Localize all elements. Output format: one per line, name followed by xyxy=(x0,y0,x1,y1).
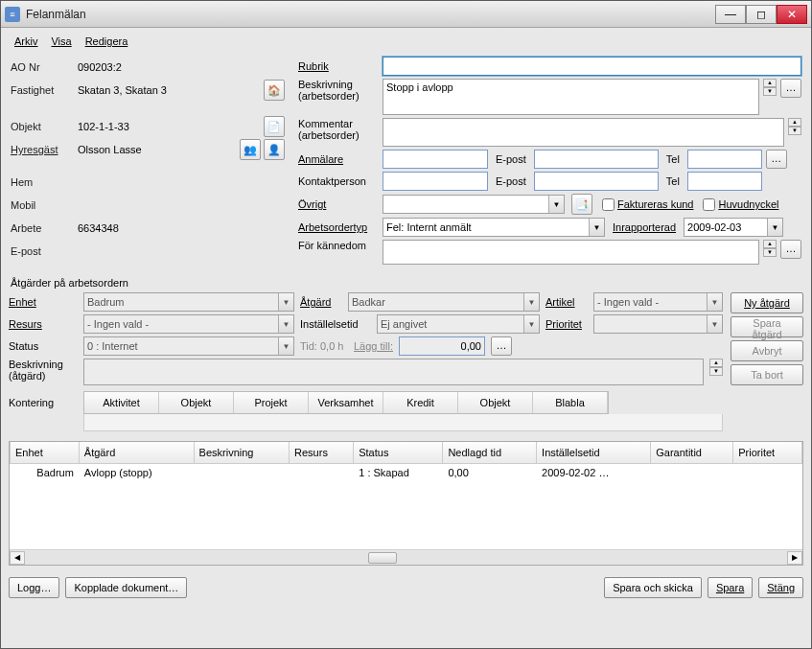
anmalare-tel-label: Tel xyxy=(666,153,680,165)
kontering-tab-2[interactable]: Projekt xyxy=(234,392,309,413)
kannedom-more-button[interactable]: … xyxy=(780,240,801,259)
kontakt-epost-label: E-post xyxy=(496,175,526,187)
stang-button[interactable]: Stäng xyxy=(758,577,803,598)
beskrivning-more-button[interactable]: … xyxy=(780,79,801,98)
anmalare-tel-input[interactable] xyxy=(687,150,762,169)
kannedom-textarea[interactable] xyxy=(383,240,759,265)
artikel-label: Artikel xyxy=(545,296,588,308)
beskrivning-spin[interactable]: ▲▼ xyxy=(763,79,777,96)
ta-bort-button[interactable]: Ta bort xyxy=(731,364,803,385)
spara-atgard-button[interactable]: Spara åtgärd xyxy=(731,316,803,337)
anmalare-more-button[interactable]: … xyxy=(766,150,787,169)
ag-beskrivning-spin[interactable]: ▲▼ xyxy=(709,359,723,376)
ovrigt-combo[interactable]: ▼ xyxy=(383,195,565,214)
table-header[interactable]: Garantitid xyxy=(651,442,733,463)
table-header[interactable]: Resurs xyxy=(290,442,354,463)
table-header[interactable]: Nedlagd tid xyxy=(443,442,537,463)
spara-button[interactable]: Spara xyxy=(708,577,753,598)
kontaktperson-label: Kontaktperson xyxy=(298,175,379,187)
tid-label: Tid: 0,0 h xyxy=(300,340,348,352)
hyresgast-label: Hyresgäst xyxy=(11,144,78,155)
menubar: Arkiv Visa Redigera xyxy=(9,32,803,53)
ovrigt-label: Övrigt xyxy=(298,198,379,210)
kontering-tab-3[interactable]: Verksamhet xyxy=(309,392,383,413)
table-header[interactable]: Status xyxy=(354,442,443,463)
kontering-tab-1[interactable]: Objekt xyxy=(159,392,234,413)
beskrivning-textarea[interactable]: Stopp i avlopp xyxy=(383,79,759,115)
anmalare-epost-input[interactable] xyxy=(534,150,659,169)
enhet-combo[interactable]: Badrum▼ xyxy=(83,292,294,312)
rubrik-label: Rubrik xyxy=(298,60,379,72)
prioritet-combo[interactable]: ▼ xyxy=(593,314,723,334)
kontering-tab-4[interactable]: Kredit xyxy=(383,392,458,413)
artikel-combo[interactable]: - Ingen vald -▼ xyxy=(593,292,723,312)
table-header[interactable]: Prioritet xyxy=(733,442,802,463)
arbetsordertyp-label: Arbetsordertyp xyxy=(298,221,379,233)
kontakt-tel-input[interactable] xyxy=(687,172,762,191)
kontakt-epost-input[interactable] xyxy=(534,172,659,191)
table-cell xyxy=(290,463,354,481)
rubrik-input[interactable] xyxy=(383,57,801,76)
installelsetid-label: Inställelsetid xyxy=(300,318,371,330)
titlebar: ≡ Felanmälan — ◻ ✕ xyxy=(1,1,811,28)
maximize-button[interactable]: ◻ xyxy=(746,5,777,24)
fastighet-value: Skatan 3, Skatan 3 xyxy=(78,84,261,96)
atgard-combo[interactable]: Badkar▼ xyxy=(348,292,540,312)
ag-beskrivning-textarea[interactable] xyxy=(83,359,704,385)
table-header[interactable]: Inställelsetid xyxy=(537,442,651,463)
fastighet-label: Fastighet xyxy=(11,84,78,96)
close-button[interactable]: ✕ xyxy=(777,5,807,24)
installelsetid-combo[interactable]: Ej angivet▼ xyxy=(377,314,540,334)
logg-button[interactable]: Logg… xyxy=(9,577,59,598)
arbetsordertyp-combo[interactable]: Fel: Internt anmält▼ xyxy=(383,218,605,237)
kopplade-dokument-button[interactable]: Kopplade dokument… xyxy=(65,577,187,598)
table-row[interactable]: BadrumAvlopp (stopp)1 : Skapad0,002009-0… xyxy=(11,463,802,481)
arbete-label: Arbete xyxy=(11,222,78,234)
menu-arkiv[interactable]: Arkiv xyxy=(14,35,37,47)
kannedom-spin[interactable]: ▲▼ xyxy=(763,240,777,257)
resurs-label: Resurs xyxy=(9,318,78,330)
table-cell xyxy=(651,463,733,481)
tenant-add-icon-button[interactable]: 👥 xyxy=(240,139,261,160)
tenant-icon-button[interactable]: 👤 xyxy=(264,139,285,160)
kontering-tab-5[interactable]: Objekt xyxy=(458,392,533,413)
inrapporterad-date[interactable]: 2009-02-03▼ xyxy=(684,218,783,237)
inrapporterad-label: Inrapporterad xyxy=(613,221,676,233)
property-icon-button[interactable]: 🏠 xyxy=(264,80,285,101)
lagg-till-more-button[interactable]: … xyxy=(491,336,512,356)
status-label: Status xyxy=(9,340,78,352)
huvudnyckel-checkbox[interactable]: Huvudnyckel xyxy=(703,198,778,211)
table-h-scrollbar[interactable]: ◀ ▶ xyxy=(10,549,802,565)
table-header[interactable]: Åtgärd xyxy=(79,442,194,463)
window-title: Felanmälan xyxy=(26,8,715,21)
atgard-label: Åtgärd xyxy=(300,296,342,308)
spara-och-skicka-button[interactable]: Spara och skicka xyxy=(604,577,702,598)
kommentar-label: Kommentar(arbetsorder) xyxy=(298,118,379,141)
kontaktperson-input[interactable] xyxy=(383,172,488,191)
kontering-tab-0[interactable]: Aktivitet xyxy=(84,392,159,413)
status-combo[interactable]: 0 : Internet▼ xyxy=(83,336,294,356)
kontering-strip xyxy=(83,414,723,431)
minimize-button[interactable]: — xyxy=(715,5,746,24)
ovrigt-action-icon[interactable]: 📑 xyxy=(571,194,592,215)
menu-visa[interactable]: Visa xyxy=(51,35,71,47)
menu-redigera[interactable]: Redigera xyxy=(85,35,128,47)
avbryt-button[interactable]: Avbryt xyxy=(731,340,803,361)
ny-atgard-button[interactable]: Ny åtgärd xyxy=(731,292,803,313)
objekt-icon-button[interactable]: 📄 xyxy=(264,116,285,137)
kontering-tab-6[interactable]: Blabla xyxy=(533,392,608,413)
ao-nr-value: 090203:2 xyxy=(78,61,285,73)
resurs-combo[interactable]: - Ingen vald -▼ xyxy=(83,314,294,334)
scroll-right-arrow-icon: ▶ xyxy=(787,551,802,565)
faktureras-kund-checkbox[interactable]: Faktureras kund xyxy=(602,198,693,211)
ag-beskrivning-label: Beskrivning(åtgärd) xyxy=(9,359,78,382)
table-header[interactable]: Enhet xyxy=(11,442,80,463)
table-header[interactable]: Beskrivning xyxy=(194,442,289,463)
table-cell: 1 : Skapad xyxy=(354,463,443,481)
anmalare-input[interactable] xyxy=(383,150,488,169)
kannedom-label: För kännedom xyxy=(298,240,379,251)
objekt-label: Objekt xyxy=(11,121,78,132)
lagg-till-input[interactable] xyxy=(399,336,485,356)
kommentar-spin[interactable]: ▲▼ xyxy=(788,118,801,135)
kommentar-textarea[interactable] xyxy=(383,118,784,147)
